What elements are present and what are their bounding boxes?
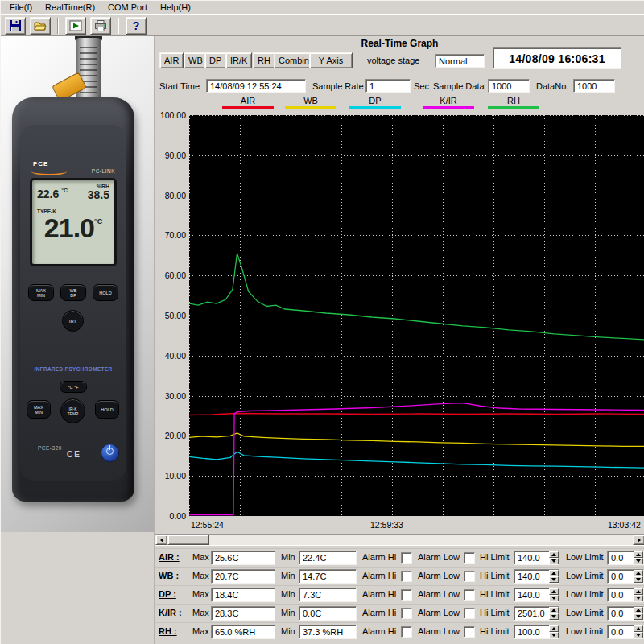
y-tick: 40.00 (165, 351, 186, 361)
probe-vents (80, 46, 97, 99)
spin-down-icon[interactable] (634, 558, 643, 564)
spin-up-icon[interactable] (634, 570, 643, 576)
y-axis-button[interactable]: Y Axis (309, 52, 353, 68)
alarm-hi-label: Alarm Hi (362, 626, 396, 636)
hi-limit-field[interactable]: 2501.0 (514, 606, 559, 621)
toolbar-separator (118, 18, 119, 34)
alarm-low-indicator[interactable] (464, 626, 475, 638)
low-limit-field[interactable]: 0.0 (607, 551, 644, 565)
max-value-field: 28.3C (211, 606, 275, 621)
device-hold-button: HOLD (93, 284, 118, 301)
spin-down-icon[interactable] (549, 558, 559, 564)
alarm-hi-label: Alarm Hi (362, 571, 396, 580)
spin-up-icon[interactable] (549, 570, 559, 576)
hi-limit-label: Hi Limit (480, 589, 510, 599)
stats-row-dp: DP : Max 18.4C Min 7.3C Alarm Hi Alarm L… (155, 585, 644, 604)
scrollbar-thumb[interactable] (167, 535, 209, 545)
device-body: PCE PC-LINK 22.6 °C %RH38.5 TYPE-K 21.0°… (12, 97, 134, 502)
alarm-low-indicator[interactable] (464, 552, 475, 564)
spinner[interactable] (634, 625, 643, 638)
menu-help[interactable]: Help(H) (154, 2, 197, 14)
spin-up-icon[interactable] (634, 588, 643, 595)
menu-com-port[interactable]: COM Port (101, 2, 154, 14)
alarm-hi-indicator[interactable] (401, 571, 412, 582)
device-max-min2-button: MAX MIN (27, 400, 51, 419)
voltage-stage-field[interactable]: Normal (435, 54, 485, 68)
low-limit-field[interactable]: 0.0 (607, 569, 644, 584)
spinner[interactable] (634, 588, 643, 601)
channel-button-irk[interactable]: IR/K (225, 52, 252, 68)
spin-down-icon[interactable] (634, 595, 643, 601)
menu-file[interactable]: File(f) (3, 2, 39, 14)
print-button[interactable] (90, 17, 111, 35)
spin-down-icon[interactable] (549, 632, 559, 638)
spinner[interactable] (549, 588, 559, 601)
spin-down-icon[interactable] (549, 576, 559, 583)
spin-up-icon[interactable] (549, 588, 559, 595)
humidity-probe (76, 38, 101, 105)
alarm-hi-indicator[interactable] (401, 589, 412, 601)
alarm-low-indicator[interactable] (464, 589, 475, 601)
realtime-chart (189, 115, 644, 516)
scroll-right-button[interactable] (633, 535, 644, 545)
spinner[interactable] (634, 551, 643, 564)
spin-up-icon[interactable] (634, 551, 643, 558)
alarm-hi-label: Alarm Hi (362, 608, 396, 617)
channel-button-air[interactable]: AIR (159, 52, 184, 68)
y-tick: 10.00 (165, 471, 186, 481)
hi-limit-field[interactable]: 140.0 (514, 569, 559, 584)
spin-down-icon[interactable] (549, 613, 559, 620)
legend-dp: DP (349, 96, 401, 109)
hi-limit-field[interactable]: 140.0 (514, 588, 559, 602)
spinner[interactable] (549, 607, 559, 620)
open-folder-icon (34, 19, 47, 32)
help-icon: ? (133, 19, 140, 32)
channel-button-rh[interactable]: RH (253, 52, 275, 68)
spin-up-icon[interactable] (634, 625, 643, 632)
spin-down-icon[interactable] (634, 632, 643, 638)
channel-button-dp[interactable]: DP (204, 52, 226, 68)
spinner[interactable] (549, 625, 559, 638)
low-limit-field[interactable]: 0.0 (607, 625, 644, 639)
spin-down-icon[interactable] (634, 613, 643, 620)
spin-up-icon[interactable] (549, 625, 559, 632)
open-button[interactable] (30, 17, 51, 35)
pce-logo-text: PCE (33, 160, 48, 167)
spin-up-icon[interactable] (549, 607, 559, 613)
sample-data-field: 1000 (488, 79, 530, 93)
alarm-hi-indicator[interactable] (401, 552, 412, 564)
spinner[interactable] (634, 570, 643, 583)
alarm-hi-indicator[interactable] (401, 608, 412, 619)
help-button[interactable]: ? (126, 17, 147, 35)
sample-rate-field[interactable]: 1 (365, 79, 411, 93)
alarm-low-label: Alarm Low (418, 608, 460, 617)
alarm-hi-indicator[interactable] (401, 626, 412, 638)
spin-down-icon[interactable] (549, 595, 559, 601)
save-button[interactable] (5, 17, 26, 35)
y-tick: 60.00 (165, 270, 186, 280)
menu-realtime[interactable]: RealTime(R) (39, 2, 101, 14)
horizontal-scrollbar[interactable] (155, 534, 644, 546)
hi-limit-field[interactable]: 100.0 (514, 625, 559, 639)
hi-limit-field[interactable]: 140.0 (514, 551, 559, 565)
scroll-left-button[interactable] (155, 535, 167, 545)
alarm-low-indicator[interactable] (464, 608, 475, 619)
low-limit-field[interactable]: 0.0 (607, 588, 644, 602)
printer-icon (94, 19, 107, 32)
legend-rh: RH (488, 96, 539, 109)
device-max-min-button: MAX MIN (28, 284, 54, 301)
max-value-field: 18.4C (211, 588, 275, 602)
alarm-low-label: Alarm Low (418, 571, 460, 580)
pc-link-label: PC-LINK (92, 168, 115, 174)
spinner[interactable] (549, 570, 559, 583)
spin-up-icon[interactable] (634, 607, 643, 613)
legend-wb-color (285, 106, 336, 109)
low-limit-field[interactable]: 0.0 (607, 606, 644, 621)
spin-up-icon[interactable] (549, 551, 559, 558)
alarm-low-indicator[interactable] (464, 571, 475, 582)
realtime-start-button[interactable] (65, 17, 86, 35)
spin-down-icon[interactable] (634, 576, 643, 583)
min-value-field: 37.3 %RH (299, 625, 357, 639)
spinner[interactable] (634, 607, 643, 620)
spinner[interactable] (549, 551, 559, 564)
